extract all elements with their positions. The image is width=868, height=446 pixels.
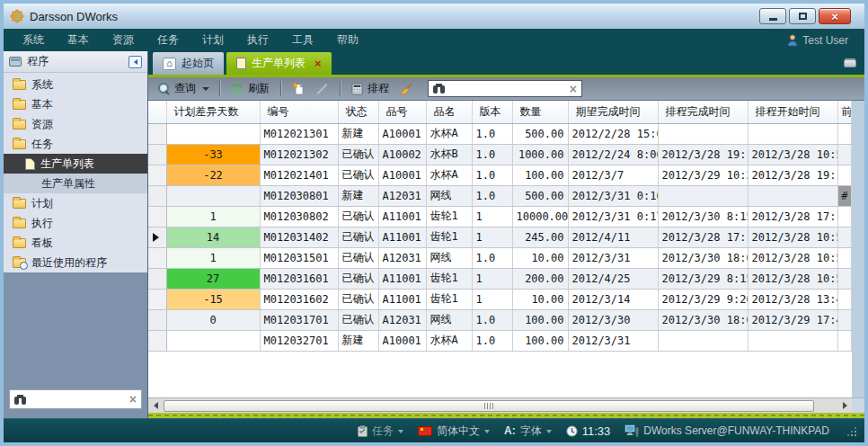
cell-code: M012031601 [260,268,338,289]
cell-partial [837,123,852,144]
sidebar-item-7[interactable]: 执行 [4,213,147,233]
clear-search-icon[interactable]: × [129,393,137,406]
new-button[interactable] [288,79,308,98]
cell-item_name: 水杯B [426,144,472,165]
sidebar-item-9[interactable]: 最近使用的程序 [4,253,147,272]
server-status: DWorks Server@FUNWAY-THINKPAD [624,424,829,437]
menu-item-8[interactable]: 帮助 [325,29,370,51]
window-list-icon[interactable] [844,59,856,67]
cell-qty: 100.00 [512,309,568,330]
menu-item-6[interactable]: 执行 [235,29,280,51]
maximize-button[interactable] [789,8,816,24]
schedule-button[interactable]: 排程 [348,79,393,98]
column-header-qty[interactable]: 数量 [512,101,568,123]
tab-label: 生产单列表 [252,56,306,71]
horizontal-scrollbar[interactable] [148,397,852,413]
font-icon: A: [504,424,516,437]
clear-search-icon[interactable]: × [570,83,577,95]
table-row[interactable]: -15M012031602已确认A11001齿轮1110.002012/3/14… [148,289,852,309]
cell-sched_end: 2012/3/28 19:10 [658,144,748,165]
menu-item-5[interactable]: 计划 [190,29,235,51]
cell-item_name: 齿轮1 [426,227,472,247]
sidebar-item-0[interactable]: 系统 [4,75,147,94]
menu-item-2[interactable]: 基本 [56,29,101,51]
table-row[interactable]: M012030801新建A12031网线1.0500.002012/3/31 0… [148,185,852,206]
sidebar-item-2[interactable]: 资源 [4,114,147,134]
query-button[interactable]: 查询 [155,79,199,98]
table-row[interactable]: 27M012031601已确认A11001齿轮11200.002012/4/25… [148,268,852,289]
table-row[interactable]: -33M012021302已确认A10002水杯B1.01000.002012/… [148,144,852,165]
user-area[interactable]: Test User [787,34,857,47]
sidebar-item-label: 资源 [31,117,53,132]
close-button[interactable]: × [819,8,851,24]
task-menu[interactable]: 任务 [358,424,403,439]
row-selector-cell [148,330,166,351]
column-header-diff[interactable]: 计划差异天数 [166,101,260,123]
collapse-sidebar-button[interactable] [128,56,142,68]
sidebar-item-6[interactable]: 计划 [4,193,147,213]
scrollbar-corner [852,397,864,413]
language-menu[interactable]: 简体中文 [418,424,490,439]
toolbar: 查询 刷新 [148,77,864,100]
cell-partial [837,165,852,185]
cell-item_no: A11001 [378,227,426,247]
table-row[interactable]: 1M012031501已确认A12031网线1.010.002012/3/312… [148,247,852,268]
sidebar-item-5[interactable]: 生产单属性 [4,174,147,193]
column-header-version[interactable]: 版本 [472,101,512,123]
sidebar-item-4[interactable]: 生产单列表 [4,154,147,174]
clean-button[interactable] [396,79,417,98]
program-icon [9,57,22,67]
server-label: DWorks Server@FUNWAY-THINKPAD [643,424,829,437]
menu-item-1[interactable]: 系统 [11,29,56,51]
column-header-code[interactable]: 编号 [260,101,338,123]
folder-icon [13,80,26,90]
user-name: Test User [802,34,848,47]
folder-clock-icon [13,258,26,268]
table-row[interactable]: M012021301新建A10001水杯A1.0500.002012/2/28 … [148,123,852,144]
tab-home[interactable]: ⌂ 起始页 [153,52,224,75]
sidebar-search-input[interactable] [31,392,125,406]
cell-status: 已确认 [338,268,378,289]
sidebar-item-3[interactable]: 任务 [4,134,147,154]
row-selector-cell [148,165,166,185]
menu-item-4[interactable]: 任务 [146,29,190,51]
query-dropdown-icon[interactable] [202,87,209,94]
task-label: 任务 [372,424,394,439]
table-row[interactable]: 0M012031701已确认A12031网线1.0100.002012/3/30… [148,309,852,330]
table-row[interactable]: 1M012030802已确认A11001齿轮1110000.002012/3/3… [148,206,852,227]
tab-production-order-list[interactable]: 生产单列表 × [226,52,332,75]
cell-diff: 14 [166,227,260,247]
column-header-item_no[interactable]: 品号 [378,101,426,123]
refresh-label: 刷新 [248,81,270,96]
cell-qty: 100.00 [512,330,568,351]
table-row[interactable]: M012032701新建A10001水杯A1.0100.002012/3/31 [148,330,852,351]
toolbar-search-input[interactable] [449,82,565,96]
menu-item-3[interactable]: 资源 [101,29,146,51]
resize-grip-icon[interactable] [846,425,857,437]
column-header-status[interactable]: 状态 [338,101,378,123]
column-header-sched_start[interactable]: 排程开始时间 [748,101,837,123]
menu-item-7[interactable]: 工具 [280,29,325,51]
scrollbar-thumb[interactable] [164,400,814,412]
app-window: Darsson DWorks × 系统基本资源任务计划执行工具帮助 Test U… [0,0,868,446]
edit-button[interactable] [312,79,332,98]
cell-expect: 2012/2/24 8:00 [568,144,658,165]
column-header-expect[interactable]: 期望完成时间 [568,101,658,123]
cell-item_name: 水杯A [426,330,472,351]
table-row[interactable]: 14M012031402已确认A11001齿轮11245.002012/4/11… [148,227,852,247]
table-row[interactable]: -22M012021401已确认A10001水杯A1.0100.002012/3… [148,165,852,185]
column-header-item_name[interactable]: 品名 [426,101,472,123]
minimize-button[interactable] [759,8,786,24]
cell-diff [166,185,260,206]
cell-partial [837,206,852,227]
refresh-button[interactable]: 刷新 [227,79,273,98]
scroll-right-button[interactable] [837,398,852,413]
sidebar-item-1[interactable]: 基本 [4,94,147,114]
column-header-partial[interactable]: 前 [837,101,852,123]
sidebar-item-8[interactable]: 看板 [4,233,147,253]
font-menu[interactable]: A: 字体 [504,424,552,439]
column-header-sched_end[interactable]: 排程完成时间 [658,101,748,123]
scroll-left-button[interactable] [148,398,163,413]
tab-close-icon[interactable]: × [314,58,322,69]
cell-item_no: A10001 [378,123,426,144]
